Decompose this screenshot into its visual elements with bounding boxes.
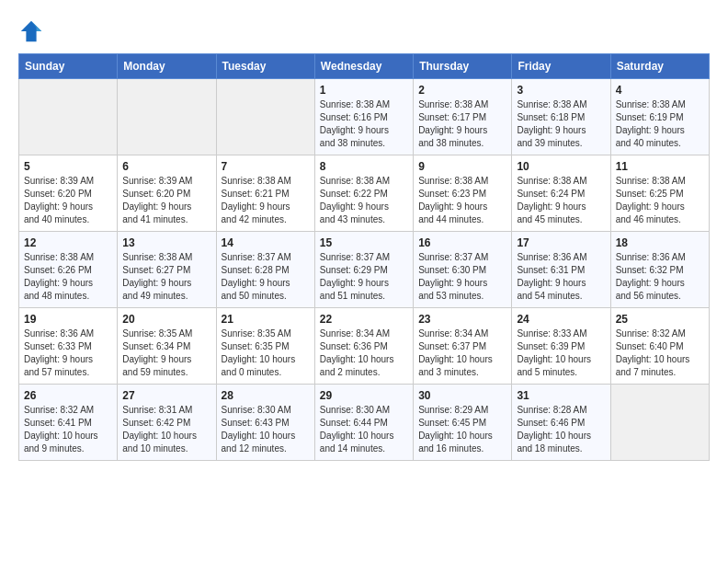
day-number: 25 xyxy=(616,313,704,326)
cell-content: Sunrise: 8:38 AM Sunset: 6:24 PM Dayligh… xyxy=(517,175,605,226)
calendar-cell: 13Sunrise: 8:38 AM Sunset: 6:27 PM Dayli… xyxy=(118,232,216,308)
day-number: 16 xyxy=(418,236,506,249)
cell-content: Sunrise: 8:30 AM Sunset: 6:44 PM Dayligh… xyxy=(320,404,408,455)
cell-content: Sunrise: 8:38 AM Sunset: 6:23 PM Dayligh… xyxy=(418,175,506,226)
weekday-header: Saturday xyxy=(610,54,709,79)
calendar-cell: 7Sunrise: 8:38 AM Sunset: 6:21 PM Daylig… xyxy=(216,155,314,232)
calendar-cell: 20Sunrise: 8:35 AM Sunset: 6:34 PM Dayli… xyxy=(118,308,216,385)
calendar-cell: 11Sunrise: 8:38 AM Sunset: 6:25 PM Dayli… xyxy=(610,155,709,232)
calendar-cell: 16Sunrise: 8:37 AM Sunset: 6:30 PM Dayli… xyxy=(414,232,512,308)
calendar-cell: 29Sunrise: 8:30 AM Sunset: 6:44 PM Dayli… xyxy=(314,385,413,461)
calendar-cell: 9Sunrise: 8:38 AM Sunset: 6:23 PM Daylig… xyxy=(414,155,512,232)
weekday-header: Friday xyxy=(512,54,610,79)
calendar-week-row: 1Sunrise: 8:38 AM Sunset: 6:16 PM Daylig… xyxy=(19,79,710,155)
cell-content: Sunrise: 8:33 AM Sunset: 6:39 PM Dayligh… xyxy=(517,327,605,379)
cell-content: Sunrise: 8:39 AM Sunset: 6:20 PM Dayligh… xyxy=(24,175,112,226)
cell-content: Sunrise: 8:38 AM Sunset: 6:25 PM Dayligh… xyxy=(616,175,704,226)
calendar-cell: 2Sunrise: 8:38 AM Sunset: 6:17 PM Daylig… xyxy=(414,79,512,155)
day-number: 22 xyxy=(320,313,408,326)
cell-content: Sunrise: 8:34 AM Sunset: 6:37 PM Dayligh… xyxy=(418,327,506,379)
calendar-cell: 3Sunrise: 8:38 AM Sunset: 6:18 PM Daylig… xyxy=(512,79,610,155)
cell-content: Sunrise: 8:36 AM Sunset: 6:33 PM Dayligh… xyxy=(24,327,112,379)
cell-content: Sunrise: 8:28 AM Sunset: 6:46 PM Dayligh… xyxy=(517,404,605,455)
day-number: 28 xyxy=(222,389,310,402)
day-number: 12 xyxy=(24,236,112,249)
day-number: 26 xyxy=(24,389,112,402)
calendar-cell: 14Sunrise: 8:37 AM Sunset: 6:28 PM Dayli… xyxy=(216,232,314,308)
day-number: 17 xyxy=(517,236,605,249)
day-number: 9 xyxy=(418,160,506,173)
calendar-cell: 30Sunrise: 8:29 AM Sunset: 6:45 PM Dayli… xyxy=(414,385,512,461)
cell-content: Sunrise: 8:36 AM Sunset: 6:32 PM Dayligh… xyxy=(616,251,704,303)
day-number: 11 xyxy=(616,160,704,173)
cell-content: Sunrise: 8:38 AM Sunset: 6:17 PM Dayligh… xyxy=(418,98,506,150)
calendar-table: SundayMondayTuesdayWednesdayThursdayFrid… xyxy=(18,53,710,461)
day-number: 18 xyxy=(616,236,704,249)
cell-content: Sunrise: 8:38 AM Sunset: 6:22 PM Dayligh… xyxy=(320,175,408,226)
cell-content: Sunrise: 8:38 AM Sunset: 6:27 PM Dayligh… xyxy=(122,251,210,303)
day-number: 23 xyxy=(418,313,506,326)
day-number: 3 xyxy=(517,84,605,97)
weekday-header: Tuesday xyxy=(216,54,314,79)
cell-content: Sunrise: 8:38 AM Sunset: 6:21 PM Dayligh… xyxy=(222,175,310,226)
day-number: 27 xyxy=(122,389,210,402)
calendar-cell: 8Sunrise: 8:38 AM Sunset: 6:22 PM Daylig… xyxy=(314,155,413,232)
cell-content: Sunrise: 8:36 AM Sunset: 6:31 PM Dayligh… xyxy=(517,251,605,303)
calendar-cell: 22Sunrise: 8:34 AM Sunset: 6:36 PM Dayli… xyxy=(314,308,413,385)
cell-content: Sunrise: 8:39 AM Sunset: 6:20 PM Dayligh… xyxy=(122,175,210,226)
calendar-cell: 26Sunrise: 8:32 AM Sunset: 6:41 PM Dayli… xyxy=(19,385,118,461)
day-number: 20 xyxy=(122,313,210,326)
cell-content: Sunrise: 8:34 AM Sunset: 6:36 PM Dayligh… xyxy=(320,327,408,379)
calendar-cell: 18Sunrise: 8:36 AM Sunset: 6:32 PM Dayli… xyxy=(610,232,709,308)
calendar-week-row: 5Sunrise: 8:39 AM Sunset: 6:20 PM Daylig… xyxy=(19,155,710,232)
weekday-header: Wednesday xyxy=(314,54,413,79)
cell-content: Sunrise: 8:38 AM Sunset: 6:26 PM Dayligh… xyxy=(24,251,112,303)
calendar-cell: 6Sunrise: 8:39 AM Sunset: 6:20 PM Daylig… xyxy=(118,155,216,232)
calendar-cell: 5Sunrise: 8:39 AM Sunset: 6:20 PM Daylig… xyxy=(19,155,118,232)
cell-content: Sunrise: 8:31 AM Sunset: 6:42 PM Dayligh… xyxy=(122,404,210,455)
day-number: 2 xyxy=(418,84,506,97)
calendar-cell: 27Sunrise: 8:31 AM Sunset: 6:42 PM Dayli… xyxy=(118,385,216,461)
cell-content: Sunrise: 8:29 AM Sunset: 6:45 PM Dayligh… xyxy=(418,404,506,455)
cell-content: Sunrise: 8:37 AM Sunset: 6:30 PM Dayligh… xyxy=(418,251,506,303)
cell-content: Sunrise: 8:37 AM Sunset: 6:28 PM Dayligh… xyxy=(222,251,310,303)
calendar-cell: 15Sunrise: 8:37 AM Sunset: 6:29 PM Dayli… xyxy=(314,232,413,308)
calendar-week-row: 19Sunrise: 8:36 AM Sunset: 6:33 PM Dayli… xyxy=(19,308,710,385)
calendar-cell: 19Sunrise: 8:36 AM Sunset: 6:33 PM Dayli… xyxy=(19,308,118,385)
cell-content: Sunrise: 8:32 AM Sunset: 6:40 PM Dayligh… xyxy=(616,327,704,379)
day-number: 15 xyxy=(320,236,408,249)
day-number: 5 xyxy=(24,160,112,173)
day-number: 29 xyxy=(320,389,408,402)
cell-content: Sunrise: 8:38 AM Sunset: 6:19 PM Dayligh… xyxy=(616,98,704,150)
day-number: 1 xyxy=(320,84,408,97)
calendar-cell: 28Sunrise: 8:30 AM Sunset: 6:43 PM Dayli… xyxy=(216,385,314,461)
calendar-cell: 1Sunrise: 8:38 AM Sunset: 6:16 PM Daylig… xyxy=(314,79,413,155)
day-number: 31 xyxy=(517,389,605,402)
logo-icon xyxy=(18,18,44,44)
logo xyxy=(18,18,48,44)
day-number: 13 xyxy=(122,236,210,249)
cell-content: Sunrise: 8:37 AM Sunset: 6:29 PM Dayligh… xyxy=(320,251,408,303)
page-header xyxy=(18,18,710,44)
day-number: 6 xyxy=(122,160,210,173)
calendar-cell: 25Sunrise: 8:32 AM Sunset: 6:40 PM Dayli… xyxy=(610,308,709,385)
calendar-cell: 21Sunrise: 8:35 AM Sunset: 6:35 PM Dayli… xyxy=(216,308,314,385)
cell-content: Sunrise: 8:35 AM Sunset: 6:34 PM Dayligh… xyxy=(122,327,210,379)
cell-content: Sunrise: 8:30 AM Sunset: 6:43 PM Dayligh… xyxy=(222,404,310,455)
cell-content: Sunrise: 8:38 AM Sunset: 6:16 PM Dayligh… xyxy=(320,98,408,150)
weekday-header-row: SundayMondayTuesdayWednesdayThursdayFrid… xyxy=(19,54,710,79)
calendar-cell: 17Sunrise: 8:36 AM Sunset: 6:31 PM Dayli… xyxy=(512,232,610,308)
day-number: 10 xyxy=(517,160,605,173)
calendar-cell xyxy=(118,79,216,155)
calendar-cell: 10Sunrise: 8:38 AM Sunset: 6:24 PM Dayli… xyxy=(512,155,610,232)
day-number: 8 xyxy=(320,160,408,173)
calendar-cell xyxy=(216,79,314,155)
calendar-cell: 4Sunrise: 8:38 AM Sunset: 6:19 PM Daylig… xyxy=(610,79,709,155)
calendar-cell xyxy=(610,385,709,461)
day-number: 4 xyxy=(616,84,704,97)
day-number: 7 xyxy=(222,160,310,173)
calendar-cell xyxy=(19,79,118,155)
cell-content: Sunrise: 8:38 AM Sunset: 6:18 PM Dayligh… xyxy=(517,98,605,150)
day-number: 19 xyxy=(24,313,112,326)
calendar-week-row: 26Sunrise: 8:32 AM Sunset: 6:41 PM Dayli… xyxy=(19,385,710,461)
